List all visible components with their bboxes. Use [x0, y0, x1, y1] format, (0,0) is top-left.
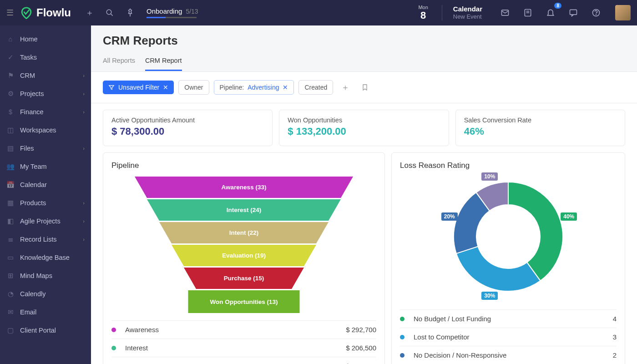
brand-logo[interactable]: Flowlu	[20, 6, 71, 19]
sidebar-item-crm[interactable]: ⚑CRM›	[0, 66, 91, 85]
chevron-right-icon: ›	[83, 237, 85, 242]
filter-icon	[108, 84, 115, 91]
sidebar-item-tasks[interactable]: ✓Tasks	[0, 48, 91, 66]
legend-row: No Decision / Non-Responsive2	[400, 346, 617, 364]
sidebar-icon: $	[6, 108, 15, 116]
chevron-right-icon: ›	[83, 200, 85, 206]
report-tabs: All ReportsCRM Report	[103, 53, 625, 71]
page-title: CRM Reports	[103, 34, 625, 48]
donut-chart: 40%30%20%10%	[449, 177, 567, 296]
sidebar-item-label: Home	[20, 35, 38, 43]
sidebar-icon: ≣	[6, 235, 15, 243]
legend-label: No Budget / Lost Funding	[414, 315, 613, 323]
legend-dot	[400, 353, 404, 358]
metric-label: Sales Conversion Rate	[464, 116, 617, 124]
legend-row: Lost to Competitor3	[400, 328, 617, 346]
header-calendar[interactable]: Calendar New Event	[453, 5, 482, 21]
mail-icon[interactable]	[498, 5, 512, 20]
sidebar-item-agile-projects[interactable]: ◧Agile Projects›	[0, 212, 91, 230]
bookmark-icon[interactable]	[358, 82, 372, 93]
sidebar-icon: ▦	[6, 199, 15, 207]
chat-icon[interactable]	[566, 5, 581, 20]
legend-value: 3	[613, 333, 617, 341]
sidebar-item-workspaces[interactable]: ◫Workspaces	[0, 121, 91, 139]
loss-legend: No Budget / Lost Funding4Lost to Competi…	[400, 309, 617, 364]
sidebar-item-label: Email	[20, 308, 36, 316]
sidebar-item-products[interactable]: ▦Products›	[0, 194, 91, 212]
owner-filter-chip[interactable]: Owner	[178, 80, 209, 95]
sidebar-item-files[interactable]: ▤Files›	[0, 139, 91, 157]
sidebar-item-email[interactable]: ✉Email	[0, 303, 91, 321]
notes-icon[interactable]	[521, 5, 535, 20]
funnel-stage-label: Interest (24)	[227, 207, 262, 213]
sidebar-item-label: Record Lists	[20, 236, 57, 243]
svg-point-0	[106, 10, 111, 15]
sidebar-item-knowledge-base[interactable]: ▭Knowledge Base	[0, 248, 91, 267]
legend-label: Interest	[125, 344, 346, 352]
sidebar-item-label: Products	[20, 199, 46, 207]
help-icon[interactable]	[589, 5, 603, 20]
metric-value: $ 78,300.00	[111, 126, 264, 137]
sidebar-item-finance[interactable]: $Finance›	[0, 103, 91, 121]
onboarding-label: Onboarding	[147, 7, 182, 15]
close-icon[interactable]: ✕	[163, 84, 168, 91]
pin-icon[interactable]	[123, 5, 137, 20]
sidebar-item-mind-maps[interactable]: ⊞Mind Maps	[0, 267, 91, 285]
sidebar-item-projects[interactable]: ⚙Projects›	[0, 85, 91, 103]
funnel-stage-label: Evaluation (19)	[222, 252, 266, 259]
legend-label: No Decision / Non-Responsive	[414, 351, 613, 359]
funnel-stage: Evaluation (19)	[135, 245, 353, 266]
sidebar: ⌂Home✓Tasks⚑CRM›⚙Projects›$Finance›◫Work…	[0, 25, 91, 364]
sidebar-item-home[interactable]: ⌂Home	[0, 30, 91, 48]
legend-label: Lost to Competitor	[414, 333, 613, 341]
chevron-right-icon: ›	[83, 73, 85, 78]
donut-percent-label: 30%	[481, 292, 498, 300]
sidebar-icon: ⚑	[6, 71, 15, 80]
legend-value: $ 206,500	[346, 344, 376, 352]
tab-crm-report[interactable]: CRM Report	[145, 53, 182, 71]
metric-card: Won Opportunities$ 133,200.00	[279, 110, 449, 146]
sidebar-item-label: CRM	[20, 72, 35, 79]
sidebar-item-calendly[interactable]: ◔Calendly	[0, 285, 91, 303]
sidebar-item-label: Files	[20, 145, 34, 152]
metric-card: Sales Conversion Rate46%	[455, 110, 625, 146]
close-icon[interactable]: ✕	[283, 84, 288, 91]
created-filter-chip[interactable]: Created	[298, 80, 333, 95]
sidebar-item-client-portal[interactable]: ▢Client Portal	[0, 321, 91, 339]
sidebar-item-my-team[interactable]: 👥My Team	[0, 157, 91, 176]
search-icon[interactable]	[103, 6, 116, 20]
onboarding-progress[interactable]: Onboarding 5/13	[147, 7, 198, 18]
header-date[interactable]: Mon 8	[418, 5, 428, 21]
onboarding-bar	[147, 17, 197, 18]
funnel-stage: Intent (22)	[135, 222, 353, 243]
legend-dot	[111, 328, 116, 332]
funnel-stage-label: Won Opportunities (13)	[210, 298, 278, 305]
notifications-icon[interactable]: 8	[543, 5, 558, 20]
sidebar-icon: ▤	[6, 144, 15, 152]
user-avatar[interactable]	[615, 5, 631, 20]
donut-percent-label: 40%	[561, 212, 577, 221]
unsaved-filter-chip[interactable]: Unsaved Filter ✕	[103, 81, 174, 94]
funnel-stage: Purchase (15)	[135, 268, 353, 289]
pipeline-filter-chip[interactable]: Pipeline: Advertising ✕	[214, 80, 294, 95]
sidebar-item-label: Workspaces	[20, 126, 56, 134]
sidebar-item-record-lists[interactable]: ≣Record Lists›	[0, 230, 91, 248]
legend-value: 2	[613, 351, 617, 359]
loss-title: Loss Reason Rating	[400, 161, 617, 170]
calendar-title: Calendar	[453, 5, 482, 14]
legend-label: Intent	[125, 362, 346, 364]
funnel-legend: Awareness$ 292,700Interest$ 206,500Inten…	[111, 320, 376, 364]
add-filter-icon[interactable]: ＋	[338, 80, 353, 95]
onboarding-count: 5/13	[186, 8, 198, 15]
sidebar-icon: ◫	[6, 126, 15, 134]
sidebar-icon: ◔	[6, 290, 15, 298]
menu-toggle-icon[interactable]: ☰	[6, 8, 14, 18]
sidebar-item-label: Mind Maps	[20, 272, 52, 279]
add-icon[interactable]: ＋	[83, 5, 96, 21]
funnel-stage-label: Awareness (33)	[222, 184, 267, 191]
sidebar-item-calendar[interactable]: 📅Calendar	[0, 176, 91, 194]
svg-point-9	[596, 15, 597, 15]
sidebar-item-label: Knowledge Base	[20, 254, 70, 261]
tab-all-reports[interactable]: All Reports	[103, 53, 135, 71]
legend-value: $ 292,700	[346, 326, 376, 334]
